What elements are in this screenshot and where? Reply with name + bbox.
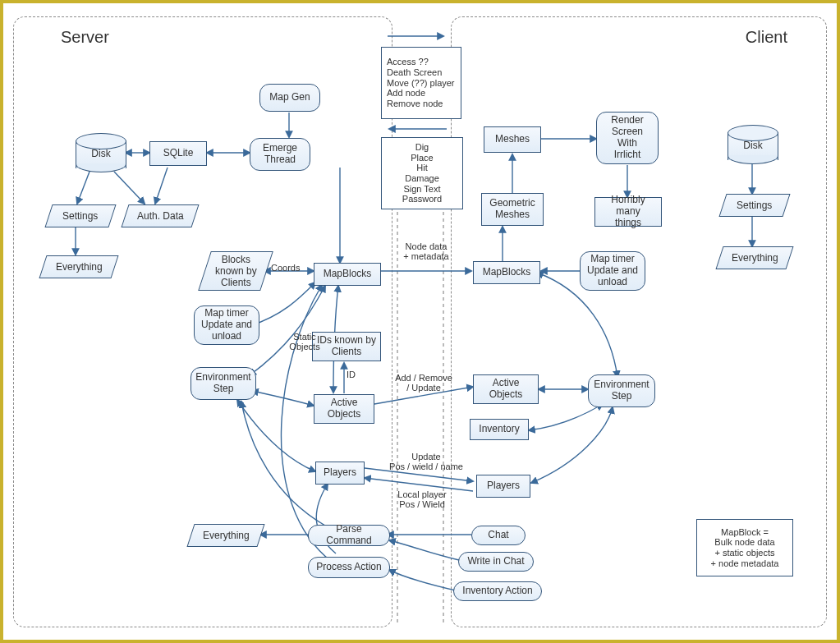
client-meshes: Meshes [484,126,541,153]
server-blocks-known: Blocks known by Clients [198,251,273,291]
client-write-chat: Write in Chat [458,552,534,572]
legend-box: MapBlock = Bulk node data + static objec… [696,519,793,576]
client-active-objects: Active Objects [473,374,539,404]
client-geometric-meshes: Geometric Meshes [481,193,544,226]
server-parse-command: Parse Command [308,525,390,546]
client-settings: Settings [718,194,790,217]
server-mapgen: Map Gen [259,84,320,112]
client-inventory-action: Inventory Action [453,581,542,601]
client-horribly: Horribly many things [594,197,662,227]
client-chat: Chat [471,526,526,545]
server-settings: Settings [44,204,116,227]
server-ids-known: IDs known by Clients [312,332,381,361]
server-emerge: Emerge Thread [250,138,310,171]
server-active-objects: Active Objects [314,394,374,424]
client-render: Render Screen With Irrlicht [596,112,659,164]
diagram-canvas: Server Client [0,0,840,643]
client-title: Client [746,28,787,47]
server-sqlite: SQLite [149,141,207,166]
client-env-step: Environment Step [588,374,655,407]
server-map-timer: Map timer Update and unload [194,305,259,345]
client-players: Players [476,475,530,498]
server-mapblocks: MapBlocks [314,263,381,286]
client-everything: Everything [715,246,793,269]
server-everything-2: Everything [186,524,264,547]
server-everything-1: Everything [39,255,118,278]
server-auth: Auth. Data [121,204,199,227]
msg-server-to-client: Access ?? Death Screen Move (??) player … [381,47,461,119]
client-disk: Disk [728,125,778,164]
client-map-timer: Map timer Update and unload [580,251,645,291]
msg-client-to-server: Dig Place Hit Damage Sign Text Password [381,137,463,209]
client-mapblocks: MapBlocks [473,261,540,284]
server-disk: Disk [76,133,126,172]
server-title: Server [61,28,109,47]
server-env-step: Environment Step [190,367,256,400]
server-players: Players [315,462,365,485]
server-process-action: Process Action [308,557,390,578]
client-inventory: Inventory [470,419,529,440]
